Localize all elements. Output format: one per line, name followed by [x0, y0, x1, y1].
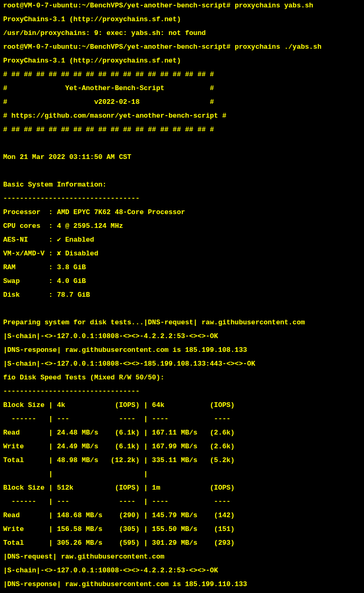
banner: # Yet-Another-Bench-Script #	[3, 85, 361, 92]
blank	[3, 140, 361, 147]
disk-row: Read | 24.48 MB/s (6.1k) | 167.11 MB/s (…	[3, 429, 361, 436]
s-chain: |S-chain|-<>-127.0.0.1:10808-<><>-185.19…	[3, 360, 361, 367]
banner: # https://github.com/masonr/yet-another-…	[3, 112, 361, 119]
banner: # v2022-02-18 #	[3, 99, 361, 105]
sysinfo-header: Basic System Information:	[3, 181, 361, 188]
sysinfo-swap: Swap : 4.0 GiB	[3, 278, 361, 285]
banner: # ## ## ## ## ## ## ## ## ## ## ## ## ##…	[3, 71, 361, 78]
date: Mon 21 Mar 2022 03:11:50 AM CST	[3, 154, 361, 161]
prompt: root@VM-0-7-ubuntu:~/BenchVPS/yet-anothe…	[3, 43, 230, 51]
prompt-line: root@VM-0-7-ubuntu:~/BenchVPS/yet-anothe…	[3, 43, 361, 50]
proxychains-version: ProxyChains-3.1 (http://proxychains.sf.n…	[3, 57, 361, 64]
disk-headsep: ------ | --- ---- | ---- ----	[3, 415, 361, 422]
s-chain: |S-chain|-<>-127.0.0.1:10808-<><>-4.2.2.…	[3, 567, 361, 574]
s-chain: |S-chain|-<>-127.0.0.1:10808-<><>-4.2.2.…	[3, 333, 361, 340]
dns-response: |DNS-response| raw.githubusercontent.com…	[3, 581, 361, 588]
disk-blank: | |	[3, 471, 361, 477]
disk-row: Read | 148.68 MB/s (290) | 145.79 MB/s (…	[3, 512, 361, 519]
sysinfo-ram: RAM : 3.8 GiB	[3, 264, 361, 271]
separator: ---------------------------------	[3, 388, 361, 395]
cmd: proxychains ./yabs.sh	[235, 43, 322, 51]
prompt-line: root@VM-0-7-ubuntu:~/BenchVPS/yet-anothe…	[3, 2, 361, 9]
sysinfo-aes: AES-NI : ✔ Enabled	[3, 236, 361, 243]
separator: ---------------------------------	[3, 195, 361, 202]
sysinfo-cpu: Processor : AMD EPYC 7K62 48-Core Proces…	[3, 209, 361, 216]
blank	[3, 305, 361, 312]
cmd: proxychains yabs.sh	[235, 2, 313, 10]
disk-head: Block Size | 4k (IOPS) | 64k (IOPS)	[3, 402, 361, 409]
disk-prep: Preparing system for disk tests...|DNS-r…	[3, 319, 361, 326]
sysinfo-cores: CPU cores : 4 @ 2595.124 MHz	[3, 223, 361, 229]
blank	[3, 167, 361, 174]
disk-head: Block Size | 512k (IOPS) | 1m (IOPS)	[3, 484, 361, 491]
prompt: root@VM-0-7-ubuntu:~/BenchVPS/yet-anothe…	[3, 2, 230, 10]
disk-row: Write | 156.58 MB/s (305) | 155.50 MB/s …	[3, 526, 361, 533]
disk-row: Total | 305.26 MB/s (595) | 301.29 MB/s …	[3, 539, 361, 546]
error-line: /usr/bin/proxychains: 9: exec: yabs.sh: …	[3, 30, 361, 37]
banner: # ## ## ## ## ## ## ## ## ## ## ## ## ##…	[3, 126, 361, 133]
disk-row: Total | 48.98 MB/s (12.2k) | 335.11 MB/s…	[3, 457, 361, 464]
proxychains-version: ProxyChains-3.1 (http://proxychains.sf.n…	[3, 16, 361, 23]
dns-response: |DNS-response| raw.githubusercontent.com…	[3, 347, 361, 353]
terminal[interactable]: root@VM-0-7-ubuntu:~/BenchVPS/yet-anothe…	[0, 0, 364, 593]
dns-request: |DNS-request| raw.githubusercontent.com	[3, 553, 361, 560]
disk-title: fio Disk Speed Tests (Mixed R/W 50/50):	[3, 374, 361, 381]
sysinfo-vmx: VM-x/AMD-V : ✘ Disabled	[3, 250, 361, 257]
disk-row: Write | 24.49 MB/s (6.1k) | 167.99 MB/s …	[3, 443, 361, 450]
sysinfo-disk: Disk : 78.7 GiB	[3, 291, 361, 298]
disk-headsep: ------ | --- ---- | ---- ----	[3, 498, 361, 505]
